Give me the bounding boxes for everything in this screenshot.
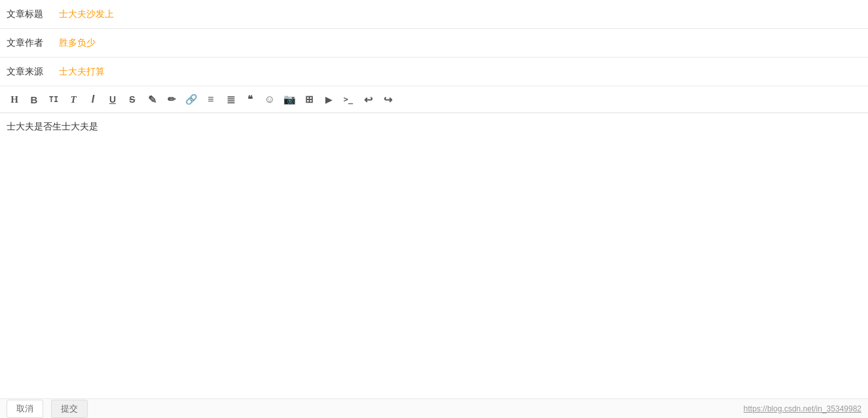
emoji-btn[interactable]: ☺ [261,90,279,109]
quote-btn[interactable]: ❝ [241,90,259,109]
bold2-btn[interactable]: T [64,90,82,109]
submit-button[interactable]: 提交 [51,400,88,418]
source-label: 文章来源 [0,66,52,78]
video-btn[interactable]: ▶ [319,90,338,109]
bottom-buttons: 取消 提交 [7,400,92,418]
align-btn[interactable]: ≣ [221,90,240,109]
image-btn[interactable]: 📷 [280,90,298,109]
author-value[interactable]: 胜多负少 [52,37,868,49]
bold-btn[interactable]: B [25,90,43,109]
pen-btn[interactable]: ✏ [162,90,181,109]
cancel-button[interactable]: 取消 [7,400,43,418]
underline-btn[interactable]: U [103,90,122,109]
editor-text: 士大夫是否生士大夫是 [7,121,98,131]
strikethrough-btn[interactable]: S [123,90,141,109]
editor-container: 文章标题 士大夫沙发上 文章作者 胜多负少 文章来源 士大夫打算 H B TI … [0,0,868,418]
italic-btn[interactable]: I [84,90,102,109]
footer-link[interactable]: https://blog.csdn.net/in_35349982 [744,404,861,413]
title-row: 文章标题 士大夫沙发上 [0,0,868,29]
author-label: 文章作者 [0,37,52,49]
redo-btn[interactable]: ↪ [378,90,397,109]
title-btn[interactable]: TI [45,90,63,109]
list-btn[interactable]: ≡ [202,90,220,109]
title-label: 文章标题 [0,9,52,20]
undo-btn[interactable]: ↩ [359,90,377,109]
source-value[interactable]: 士大夫打算 [52,66,868,78]
title-value[interactable]: 士大夫沙发上 [52,9,868,20]
code-btn[interactable]: >_ [339,90,357,109]
table-btn[interactable]: ⊞ [300,90,318,109]
editor-toolbar: H B TI T I U S ✎ ✏ 🔗 ≡ ≣ ❝ ☺ 📷 ⊞ ▶ >_ ↩ … [0,86,868,113]
source-row: 文章来源 士大夫打算 [0,58,868,86]
bottom-bar: 取消 提交 https://blog.csdn.net/in_35349982 [0,398,868,418]
pencil-btn[interactable]: ✎ [143,90,161,109]
heading-btn[interactable]: H [5,90,24,109]
link-btn[interactable]: 🔗 [182,90,200,109]
author-row: 文章作者 胜多负少 [0,29,868,58]
editor-body[interactable]: 士大夫是否生士大夫是 [0,113,868,362]
